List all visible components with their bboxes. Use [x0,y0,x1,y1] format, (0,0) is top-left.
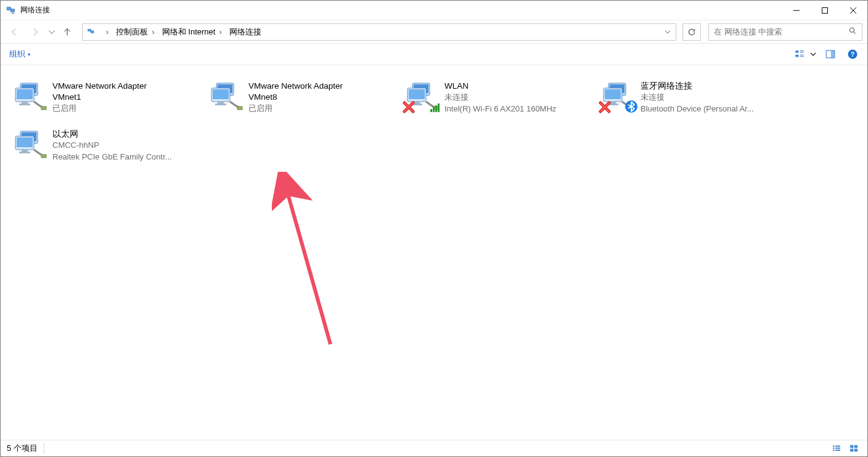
navigation-row: › 控制面板 › 网络和 Internet › 网络连接 [1,20,867,44]
status-separator [44,443,44,454]
svg-rect-25 [22,102,28,103]
connection-labels: WLAN未连接Intel(R) Wi-Fi 6 AX201 160MHz [444,79,599,115]
large-icons-view-button[interactable] [846,442,861,455]
network-adapter-icon [13,127,47,162]
svg-rect-11 [795,51,798,53]
svg-rect-31 [213,89,229,99]
network-adapter-icon [601,79,636,114]
svg-rect-58 [22,150,28,152]
change-view-dropdown[interactable] [809,46,817,63]
connection-item-vmnet8[interactable]: VMware Network AdapterVMnet8已启用 [208,78,404,121]
red-x-icon [403,101,415,115]
view-tiles-icon [794,49,805,60]
minimize-icon [793,7,800,14]
svg-line-10 [854,32,856,34]
breadcrumb-root[interactable]: › [99,25,112,39]
svg-rect-62 [833,445,835,447]
svg-rect-12 [800,51,804,51]
window-title: 网络连接 [20,5,50,15]
organize-button[interactable]: 组织 ▾ [7,47,33,61]
network-adapter-icon [13,79,47,114]
connection-name-line2: VMnet1 [52,92,207,103]
connection-device: Bluetooth Device (Personal Ar... [641,103,795,115]
address-bar[interactable]: › 控制面板 › 网络和 Internet › 网络连接 [82,23,676,41]
connection-device: Intel(R) Wi-Fi 6 AX201 160MHz [444,103,599,115]
wifi-bars-icon [430,101,442,115]
connection-name: 以太网 [52,129,207,140]
chevron-right-icon: › [152,27,154,36]
connection-status: 未连接 [444,92,599,103]
connection-item-wlan[interactable]: WLAN未连接Intel(R) Wi-Fi 6 AX201 160MHz [404,78,600,121]
svg-rect-68 [850,445,853,448]
svg-rect-26 [19,103,30,105]
connection-item-vmnet1[interactable]: VMware Network AdapterVMnet1已启用 [12,78,208,121]
chevron-right-icon: › [219,27,221,36]
connection-labels: 以太网CMCC-hhNPRealtek PCIe GbE Family Cont… [52,127,207,163]
svg-rect-63 [835,445,840,447]
annotation-arrow [272,172,358,358]
connection-name: WLAN [444,81,599,92]
content-area[interactable]: VMware Network AdapterVMnet1已启用 VMware N… [1,67,867,439]
breadcrumb-item[interactable]: 网络连接 [226,25,265,39]
svg-rect-60 [41,155,46,158]
connection-status: 已启用 [248,103,403,115]
svg-rect-1 [10,9,14,12]
recent-locations-button[interactable] [47,23,56,41]
search-icon [848,26,858,37]
search-box[interactable] [708,23,862,41]
network-adapter-icon [405,79,440,114]
svg-rect-49 [605,89,621,99]
status-item-count: 5 个项目 [7,443,38,454]
svg-rect-69 [854,445,858,448]
preview-pane-button[interactable] [822,46,839,63]
forward-button[interactable] [27,23,44,41]
network-adapter-icon [209,79,244,114]
minimize-button[interactable] [782,1,811,20]
connection-item-bluetooth[interactable]: 蓝牙网络连接未连接Bluetooth Device (Personal Ar..… [600,78,796,121]
connection-device: Realtek PCIe GbE Family Contr... [52,152,207,163]
chevron-down-icon [664,28,671,36]
svg-rect-57 [17,137,33,147]
details-view-icon [831,443,842,453]
connection-status: 已启用 [52,103,207,115]
chevron-down-icon: ▾ [28,52,30,57]
svg-rect-15 [800,55,804,55]
breadcrumb-label: 网络和 Internet [162,26,216,38]
search-input[interactable] [713,26,848,37]
breadcrumb-item[interactable]: 网络和 Internet › [158,25,226,39]
refresh-button[interactable] [682,23,701,41]
breadcrumb-item[interactable]: 控制面板 › [112,25,158,39]
svg-rect-4 [822,7,828,13]
close-icon [850,7,856,14]
svg-rect-7 [88,29,91,31]
up-icon [62,27,72,37]
chevron-down-icon [47,27,56,37]
titlebar: 网络连接 [1,1,867,20]
change-view-button[interactable] [791,46,808,63]
svg-rect-65 [835,448,840,449]
svg-rect-32 [218,102,224,103]
svg-rect-71 [854,449,858,452]
help-icon: ? [847,49,858,60]
svg-rect-59 [19,152,30,153]
breadcrumb-label: 控制面板 [116,26,148,38]
connection-labels: VMware Network AdapterVMnet8已启用 [248,79,403,115]
connection-name: VMware Network Adapter [248,81,403,92]
preview-pane-icon [825,49,836,60]
back-button[interactable] [6,23,23,41]
help-button[interactable]: ? [844,46,861,63]
connections-list: VMware Network AdapterVMnet1已启用 VMware N… [12,76,856,172]
connection-labels: VMware Network AdapterVMnet1已启用 [52,79,207,115]
svg-rect-70 [850,449,853,452]
close-button[interactable] [839,1,867,20]
address-history-dropdown[interactable] [660,25,674,39]
svg-rect-45 [438,103,440,112]
chevron-down-icon [809,49,817,60]
up-button[interactable] [59,23,76,41]
refresh-icon [687,28,696,36]
svg-rect-64 [833,448,835,449]
details-view-button[interactable] [829,442,844,455]
maximize-button[interactable] [811,1,839,20]
connection-item-ethernet[interactable]: 以太网CMCC-hhNPRealtek PCIe GbE Family Cont… [12,126,208,169]
connection-name: 蓝牙网络连接 [641,81,795,92]
